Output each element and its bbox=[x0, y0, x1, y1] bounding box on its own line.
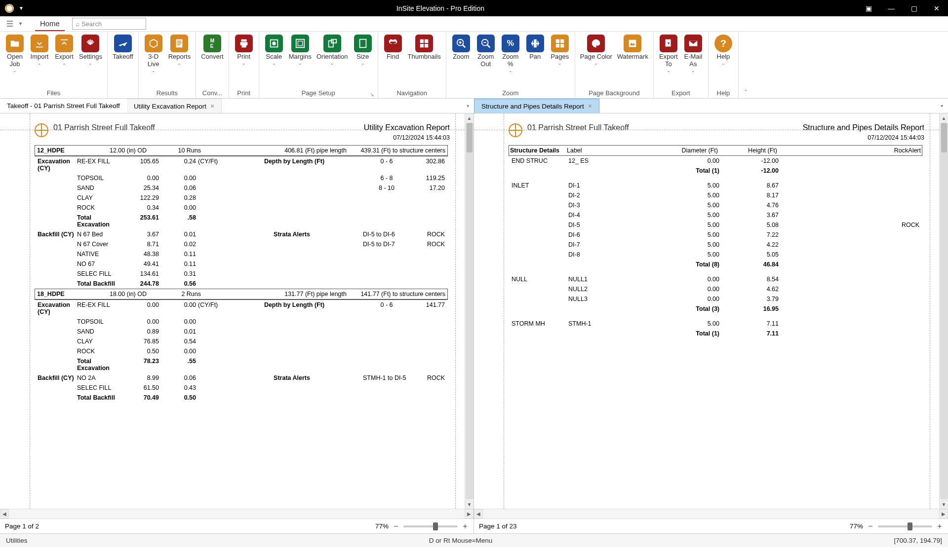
search-input[interactable]: Search bbox=[72, 18, 146, 30]
group-label-pagesetup: Page Setup↘ bbox=[263, 87, 374, 98]
section-header: 12_HDPE12.00 (in) OD10 Runs406.81 (Ft) p… bbox=[35, 145, 448, 156]
tab-home[interactable]: Home bbox=[35, 17, 65, 31]
table-row: Backfill (CY)N 67 Bed3.670.01Strata Aler… bbox=[35, 229, 448, 239]
quick-access-dropdown-icon[interactable]: ▼ bbox=[19, 5, 24, 11]
pages-button[interactable]: Pages ⌄ bbox=[549, 34, 571, 85]
window-tabs-icon[interactable]: ▣ bbox=[857, 0, 880, 16]
close-icon[interactable]: × bbox=[210, 102, 214, 110]
chevron-down-icon: ⌄ bbox=[62, 61, 66, 66]
report-project-title: 01 Parrish Street Full Takeoff bbox=[53, 123, 155, 132]
table-row: NULLNULL10.008.54 bbox=[509, 274, 922, 284]
chevron-down-icon: ⌄ bbox=[361, 61, 365, 66]
total-row: Total Excavation253.61.58 bbox=[35, 213, 448, 229]
ribbon: Open Job ⌄ Import ⌄ Export ⌄ Settings ⌄ … bbox=[0, 32, 948, 99]
open-job-button[interactable]: Open Job ⌄ bbox=[4, 34, 26, 85]
zoom-button[interactable]: Zoom bbox=[450, 34, 472, 85]
right-pane: 01 Parrish Street Full Takeoff Structure… bbox=[474, 113, 948, 533]
zoom-pct-button[interactable]: % Zoom % ⌄ bbox=[500, 34, 521, 85]
doc-tab-utility-excavation-report[interactable]: Utility Excavation Report× bbox=[127, 99, 222, 113]
collapse-ribbon-icon[interactable]: ⌃ bbox=[739, 32, 753, 98]
scroll-right-icon[interactable]: ▶ bbox=[939, 509, 948, 519]
find-button[interactable]: Find bbox=[382, 34, 404, 85]
structure-table-header: Structure Details Label Diameter (Ft) He… bbox=[509, 145, 922, 156]
help-button[interactable]: ? Help ⌄ bbox=[712, 34, 734, 85]
doc-tab-structure-pipes-report[interactable]: Structure and Pipes Details Report× bbox=[474, 99, 599, 113]
total-row: Total Backfill244.780.56 bbox=[35, 279, 448, 289]
table-row: Excavation (CY)RE-EX FILL105.650.24(CY/F… bbox=[35, 156, 448, 173]
dialog-launcher-icon[interactable]: ↘ bbox=[370, 92, 374, 97]
table-row: ROCK0.340.00 bbox=[35, 203, 448, 213]
group-label-zoom: Zoom bbox=[450, 87, 571, 98]
table-row: CLAY122.290.28 bbox=[35, 193, 448, 203]
scroll-right-icon[interactable]: ▶ bbox=[465, 509, 474, 519]
scroll-left-icon[interactable]: ◀ bbox=[0, 509, 9, 519]
tab-list-dropdown-right[interactable]: ▾ bbox=[935, 99, 948, 113]
scale-button[interactable]: Scale ⌄ bbox=[263, 34, 285, 85]
zoom-minus-button[interactable]: − bbox=[393, 522, 399, 531]
total-row: Total (3)16.95 bbox=[509, 304, 922, 314]
table-row: DI-25.008.17 bbox=[509, 190, 922, 200]
scroll-up-icon[interactable]: ▲ bbox=[940, 113, 948, 122]
chevron-down-icon: ⌄ bbox=[558, 61, 562, 66]
group-label-conv: Conv... bbox=[200, 87, 225, 98]
menu-list-icon[interactable] bbox=[5, 18, 16, 29]
size-button[interactable]: Size ⌄ bbox=[352, 34, 374, 85]
3d-live-button[interactable]: 3-D Live ⌄ bbox=[143, 34, 164, 85]
section-header: 18_HDPE18.00 (in) OD2 Runs131.77 (Ft) pi… bbox=[35, 289, 448, 300]
group-label-navigation: Navigation bbox=[382, 87, 442, 98]
zoom-slider[interactable] bbox=[403, 525, 458, 527]
table-row: NATIVE48.380.11 bbox=[35, 249, 448, 259]
export-button[interactable]: Export ⌄ bbox=[53, 34, 75, 85]
scroll-up-icon[interactable]: ▲ bbox=[465, 113, 474, 122]
horizontal-scrollbar[interactable]: ◀ ▶ bbox=[0, 509, 474, 519]
minimize-button[interactable]: — bbox=[880, 0, 903, 16]
vertical-scrollbar[interactable]: ▲ ▼ bbox=[939, 113, 948, 509]
scroll-left-icon[interactable]: ◀ bbox=[474, 509, 483, 519]
group-label-export: Export bbox=[658, 87, 704, 98]
margins-button[interactable]: Margins ⌄ bbox=[288, 34, 313, 85]
tab-list-dropdown-left[interactable]: ▾ bbox=[461, 99, 474, 113]
close-button[interactable]: ✕ bbox=[925, 0, 948, 16]
import-button[interactable]: Import ⌄ bbox=[29, 34, 50, 85]
svg-rect-30 bbox=[560, 39, 564, 43]
titlebar: ▼ InSite Elevation - Pro Edition ▣ — ▢ ✕ bbox=[0, 0, 948, 16]
zoom-slider[interactable] bbox=[878, 525, 932, 527]
svg-rect-10 bbox=[296, 39, 305, 48]
svg-rect-13 bbox=[331, 39, 336, 43]
vertical-scrollbar[interactable]: ▲ ▼ bbox=[465, 113, 474, 509]
scroll-down-icon[interactable]: ▼ bbox=[940, 500, 948, 509]
chevron-down-icon: ⌄ bbox=[298, 61, 302, 66]
table-row: NO 6749.410.11 bbox=[35, 259, 448, 269]
reports-button[interactable]: Reports ⌄ bbox=[167, 34, 192, 85]
pan-button[interactable]: Pan bbox=[524, 34, 546, 85]
svg-rect-14 bbox=[359, 39, 366, 48]
watermark-button[interactable]: Watermark bbox=[616, 34, 649, 85]
app-logo-icon bbox=[5, 4, 14, 13]
orientation-button[interactable]: Orientation ⌄ bbox=[316, 34, 349, 85]
convert-button[interactable]: ME Convert bbox=[200, 34, 225, 85]
print-button[interactable]: Print ⌄ bbox=[233, 34, 255, 85]
settings-button[interactable]: Settings ⌄ bbox=[78, 34, 103, 85]
svg-rect-17 bbox=[390, 41, 395, 43]
table-row: DI-75.004.22 bbox=[509, 240, 922, 250]
zoom-minus-button[interactable]: − bbox=[867, 522, 874, 531]
scroll-down-icon[interactable]: ▼ bbox=[465, 500, 474, 509]
group-label-print: Print bbox=[233, 87, 255, 98]
page-color-button[interactable]: Page Color ⌄ bbox=[579, 34, 613, 85]
svg-rect-6 bbox=[177, 42, 182, 43]
horizontal-scrollbar[interactable]: ◀ ▶ bbox=[474, 509, 948, 519]
zoom-out-button[interactable]: Zoom Out bbox=[475, 34, 497, 85]
email-as-button[interactable]: E-Mail As ⌄ bbox=[682, 34, 704, 85]
zoom-plus-button[interactable]: + bbox=[936, 522, 943, 531]
doc-tab-takeoff[interactable]: Takeoff - 01 Parrish Street Full Takeoff bbox=[0, 99, 127, 113]
menu-list-caret-icon[interactable]: ▼ bbox=[18, 21, 23, 26]
close-icon[interactable]: × bbox=[588, 102, 592, 110]
zoom-plus-button[interactable]: + bbox=[462, 522, 469, 531]
group-label-pagebg: Page Background bbox=[579, 87, 649, 98]
export-to-button[interactable]: Export To ⌄ bbox=[658, 34, 679, 85]
takeoff-button[interactable]: Takeoff bbox=[112, 34, 134, 85]
maximize-button[interactable]: ▢ bbox=[903, 0, 925, 16]
menubar: ▼ Home Search bbox=[0, 16, 948, 32]
thumbnails-button[interactable]: Thumbnails bbox=[407, 34, 442, 85]
chevron-down-icon: ⌄ bbox=[509, 68, 513, 73]
